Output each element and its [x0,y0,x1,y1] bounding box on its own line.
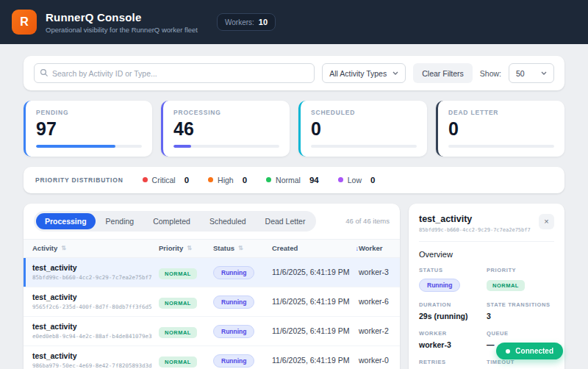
stat-label: PENDING [36,109,142,116]
stat-label: DEAD LETTER [448,109,554,116]
close-icon[interactable]: × [539,214,554,229]
column-activity[interactable]: Activity⇅ [32,244,159,252]
activity-type: test_activity [32,293,159,301]
table-row[interactable]: test_activity 85bfd99c-b660-4cc2-9c29-7c… [24,258,400,287]
critical-dot-icon [143,177,148,182]
app-logo: R [12,10,37,35]
status-badge: Running [419,279,460,292]
high-dot-icon [208,177,213,182]
stat-card-dead-letter: DEAD LETTER 0 [436,101,564,157]
stat-label: SCHEDULED [311,109,417,116]
column-created[interactable]: Created↓ [272,244,359,252]
sort-icon: ⇅ [238,245,243,251]
priority-badge: NORMAL [159,327,197,338]
table-row[interactable]: test_activity e0ed0eb8-9c94-4e2c-88af-b4… [24,317,400,346]
page-size-select[interactable]: 50 [509,63,554,83]
workers-badge: Workers: 10 [217,13,276,31]
activity-id: e0ed0eb8-9c94-4e2c-88af-b4de841079e3 [32,333,159,340]
field-duration: DURATION 29s (running) [419,301,487,320]
app-title: RunnerQ Console [46,11,198,24]
priority-badge: NORMAL [159,357,197,368]
stat-value: 0 [448,119,554,140]
normal-dot-icon [266,177,271,182]
stat-value: 46 [173,119,279,140]
show-label: Show: [480,69,501,78]
priority-title: PRIORITY DISTRIBUTION [35,176,123,184]
priority-distribution: PRIORITY DISTRIBUTION Critical 0 High 0 … [24,167,564,193]
tab-scheduled[interactable]: Scheduled [201,213,255,229]
field-worker: WORKER worker-3 [419,330,487,349]
search-input[interactable] [34,63,315,83]
field-priority: PRIORITY NORMAL [487,267,554,292]
activity-type-value: All Activity Types [329,69,387,78]
workers-count: 10 [259,18,268,26]
created-cell: 11/6/2025, 6:41:19 PM [272,268,359,276]
table-header: Activity⇅ Priority⇅ Status⇅ Created↓ Wor… [24,239,400,258]
stat-progress [311,145,417,148]
stat-label: PROCESSING [173,109,279,116]
activity-id: 85bfd99c-b660-4cc2-9c29-7c7ea2e75bf7 [32,274,159,281]
field-retries: RETRIES 0 / 3 [419,359,487,369]
app-header: R RunnerQ Console Operational visibility… [0,0,588,44]
status-badge: Running [213,354,254,368]
field-timeout: TIMEOUT 300s [487,359,554,369]
created-cell: 11/6/2025, 6:41:19 PM [272,326,359,335]
activity-type-select[interactable]: All Activity Types [322,63,406,83]
activity-id: 986ba979-50ec-4e69-8e42-7f8205893d3d [32,362,159,369]
connected-dot-icon [506,349,510,354]
header-titles: RunnerQ Console Operational visibility f… [46,11,198,34]
items-count: 46 of 46 items [345,217,390,225]
chevron-down-icon [541,71,547,75]
status-badge: Running [213,295,254,309]
chevron-down-icon [392,71,398,75]
search-wrap [34,63,315,83]
sort-icon: ⇅ [61,245,66,251]
stat-card-processing: PROCESSING 46 [161,101,290,157]
table-row[interactable]: test_activity 9565f2c6-235d-400f-8d7f-80… [24,287,400,317]
activity-type: test_activity [32,351,159,360]
created-cell: 11/6/2025, 6:41:19 PM [272,297,359,306]
priority-item-low: Low 0 [338,176,376,184]
divider [419,241,554,242]
activity-type: test_activity [32,322,159,331]
priority-badge: NORMAL [487,280,525,291]
tab-completed[interactable]: Completed [144,213,199,229]
app-subtitle: Operational visibility for the RunnerQ w… [46,26,198,34]
stat-progress [36,145,142,148]
connection-status-badge: Connected [496,343,563,359]
stat-card-pending: PENDING 97 [24,101,152,157]
search-icon [40,68,49,77]
detail-activity-id: 85bfd99c-b660-4cc2-9c29-7c7ea2e75bf7 [419,227,531,233]
worker-cell: worker-3 [359,268,391,276]
column-status[interactable]: Status⇅ [213,244,272,252]
stat-value: 0 [311,119,417,140]
low-dot-icon [338,177,343,182]
tab-dead-letter[interactable]: Dead Letter [257,213,315,229]
table-row[interactable]: test_activity 986ba979-50ec-4e69-8e42-7f… [24,346,400,369]
activities-table-card: Processing Pending Completed Scheduled D… [24,204,400,369]
priority-item-normal: Normal 94 [266,176,319,184]
stat-cards: PENDING 97 PROCESSING 46 SCHEDULED 0 DEA… [24,101,564,157]
field-status: STATUS Running [419,267,487,292]
stat-progress [448,145,554,148]
detail-title: test_activity [419,214,531,224]
stat-value: 97 [36,119,142,140]
column-worker[interactable]: Worker [359,244,391,252]
clear-filters-button[interactable]: Clear Filters [413,63,473,83]
filter-bar: All Activity Types Clear Filters Show: 5… [24,56,564,90]
column-priority[interactable]: Priority⇅ [159,244,213,252]
field-state-transitions: STATE TRANSITIONS 3 [487,301,554,320]
worker-cell: worker-2 [359,326,391,335]
tab-processing[interactable]: Processing [36,213,96,229]
priority-badge: NORMAL [159,268,197,279]
workers-label: Workers: [225,18,254,26]
tab-pending[interactable]: Pending [97,213,143,229]
priority-badge: NORMAL [159,298,197,309]
worker-cell: worker-0 [359,356,391,365]
activity-type: test_activity [32,263,159,272]
status-badge: Running [213,266,254,279]
stat-progress [173,145,279,148]
stat-card-scheduled: SCHEDULED 0 [298,101,427,157]
sort-icon: ⇅ [187,245,192,251]
page-size-value: 50 [516,69,525,78]
